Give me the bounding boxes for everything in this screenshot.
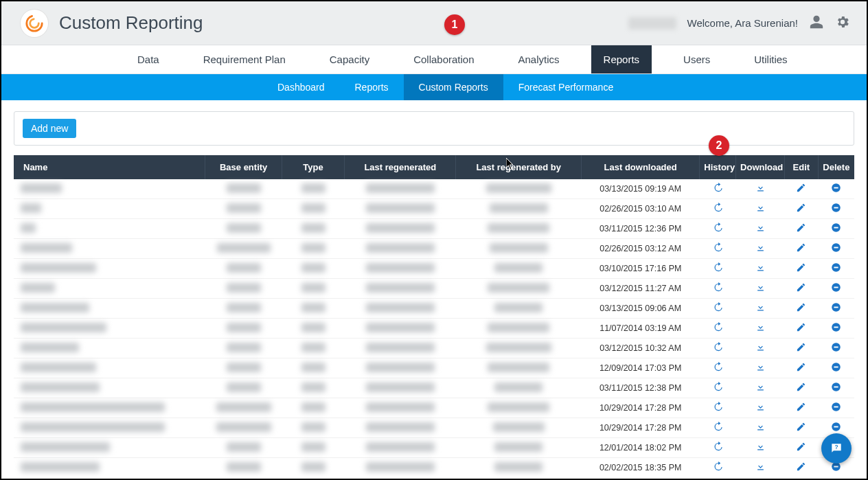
download-action-icon[interactable] (755, 282, 766, 293)
blurred-cell (456, 319, 582, 339)
history-action-icon[interactable] (713, 282, 723, 293)
gear-icon[interactable] (835, 14, 850, 32)
delete-action-icon[interactable] (831, 183, 841, 193)
cell-last-downloaded: 03/13/2015 09:19 AM (581, 179, 699, 199)
history-action-icon[interactable] (713, 342, 723, 352)
history-action-icon[interactable] (713, 242, 723, 253)
history-action-cell (700, 418, 736, 438)
history-action-icon[interactable] (713, 362, 723, 372)
download-action-icon[interactable] (755, 342, 766, 352)
nav-item-users[interactable]: Users (671, 45, 722, 73)
blurred-cell (14, 458, 205, 478)
user-icon[interactable] (809, 14, 824, 32)
edit-action-icon[interactable] (796, 442, 806, 452)
download-action-icon[interactable] (755, 362, 766, 372)
history-action-icon[interactable] (713, 442, 723, 452)
download-action-icon[interactable] (755, 222, 766, 233)
download-action-icon[interactable] (755, 183, 766, 193)
download-action-icon[interactable] (755, 442, 766, 452)
col-header-last-regenerated-by[interactable]: Last regenerated by (456, 155, 582, 179)
download-action-icon[interactable] (755, 262, 766, 273)
history-action-icon[interactable] (713, 461, 723, 472)
download-action-icon[interactable] (755, 203, 766, 213)
edit-action-icon[interactable] (796, 282, 806, 293)
history-action-icon[interactable] (713, 203, 723, 213)
edit-action-icon[interactable] (796, 203, 806, 213)
edit-action-icon[interactable] (796, 342, 806, 352)
edit-action-icon[interactable] (796, 302, 806, 312)
history-action-icon[interactable] (713, 322, 723, 332)
col-header-type[interactable]: Type (282, 155, 344, 179)
download-action-icon[interactable] (755, 242, 766, 253)
col-header-last-downloaded[interactable]: Last downloaded (581, 155, 699, 179)
download-action-icon[interactable] (755, 382, 766, 392)
delete-action-icon[interactable] (831, 422, 841, 432)
edit-action-icon[interactable] (796, 322, 806, 332)
help-button[interactable]: ? (821, 433, 852, 464)
delete-action-icon[interactable] (831, 262, 841, 273)
edit-action-icon[interactable] (796, 262, 806, 273)
edit-action-icon[interactable] (796, 222, 806, 233)
download-action-icon[interactable] (755, 302, 766, 312)
svg-text:?: ? (834, 444, 838, 450)
blurred-cell (345, 358, 456, 378)
download-action-icon[interactable] (755, 461, 766, 472)
swirl-icon (25, 14, 44, 33)
app-logo (21, 10, 48, 37)
delete-action-icon[interactable] (831, 203, 841, 213)
edit-action-icon[interactable] (796, 242, 806, 253)
delete-action-icon[interactable] (831, 382, 841, 392)
delete-action-icon[interactable] (831, 402, 841, 412)
nav-item-collaboration[interactable]: Collaboration (401, 45, 486, 73)
delete-action-icon[interactable] (831, 282, 841, 293)
add-new-button[interactable]: Add new (23, 119, 76, 138)
blurred-cell (282, 219, 344, 239)
download-action-icon[interactable] (755, 402, 766, 412)
download-action-icon[interactable] (755, 322, 766, 332)
cell-last-downloaded: 03/11/2015 12:36 PM (581, 219, 699, 239)
edit-action-icon[interactable] (796, 461, 806, 472)
delete-action-icon[interactable] (831, 302, 841, 312)
delete-action-icon[interactable] (831, 222, 841, 233)
edit-action-icon[interactable] (796, 402, 806, 412)
blurred-cell (205, 438, 282, 458)
col-header-last-regenerated[interactable]: Last regenerated (345, 155, 456, 179)
col-header-base-entity[interactable]: Base entity (205, 155, 282, 179)
blurred-cell (456, 339, 582, 358)
history-action-icon[interactable] (713, 262, 723, 273)
history-action-icon[interactable] (713, 402, 723, 412)
download-action-cell (736, 378, 785, 398)
nav-item-analytics[interactable]: Analytics (506, 45, 572, 73)
edit-action-icon[interactable] (796, 422, 806, 432)
history-action-icon[interactable] (713, 222, 723, 233)
svg-rect-13 (834, 287, 838, 288)
edit-action-icon[interactable] (796, 183, 806, 193)
subnav-item-forecast-performance[interactable]: Forecast Performance (503, 74, 629, 100)
nav-item-capacity[interactable]: Capacity (317, 45, 382, 73)
subnav-item-dashboard[interactable]: Dashboard (262, 74, 340, 100)
delete-action-cell (818, 259, 854, 279)
history-action-icon[interactable] (713, 422, 723, 432)
blurred-cell (14, 239, 205, 259)
blurred-cell (205, 458, 282, 478)
edit-action-icon[interactable] (796, 382, 806, 392)
history-action-icon[interactable] (713, 183, 723, 193)
delete-action-icon[interactable] (831, 342, 841, 352)
svg-rect-23 (834, 387, 838, 388)
nav-item-reports[interactable]: Reports (591, 45, 652, 73)
download-action-icon[interactable] (755, 422, 766, 432)
nav-item-utilities[interactable]: Utilities (742, 45, 799, 73)
edit-action-icon[interactable] (796, 362, 806, 372)
nav-item-data[interactable]: Data (125, 45, 172, 73)
history-action-icon[interactable] (713, 382, 723, 392)
history-action-icon[interactable] (713, 302, 723, 312)
delete-action-icon[interactable] (831, 242, 841, 253)
subnav-item-custom-reports[interactable]: Custom Reports (404, 74, 503, 100)
delete-action-icon[interactable] (831, 362, 841, 372)
delete-action-icon[interactable] (831, 322, 841, 332)
subnav-item-reports[interactable]: Reports (340, 74, 404, 100)
nav-item-requirement-plan[interactable]: Requirement Plan (191, 45, 298, 73)
blurred-cell (205, 199, 282, 219)
blurred-cell (205, 358, 282, 378)
col-header-name[interactable]: Name (14, 155, 205, 179)
